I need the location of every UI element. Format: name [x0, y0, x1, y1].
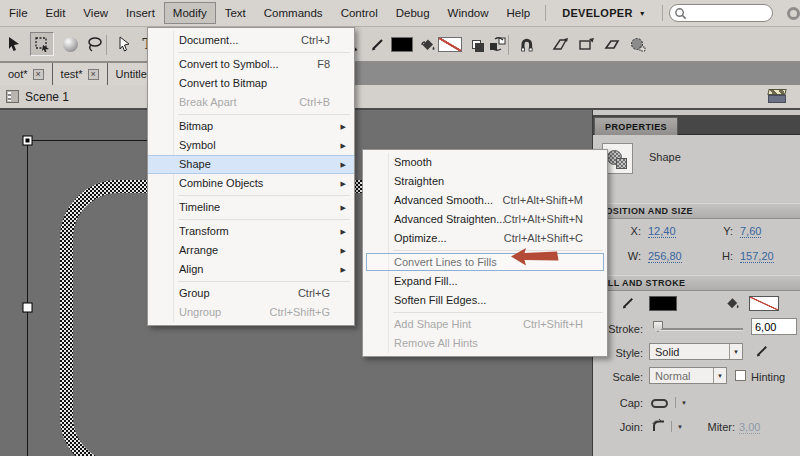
document-tab-oot[interactable]: oot*× — [0, 63, 53, 85]
menu-item-add-shape-hint[interactable]: Add Shape HintCtrl+Shift+H — [363, 315, 607, 334]
menu-item-combine-objects[interactable]: Combine Objects▶ — [148, 174, 354, 193]
menu-item-bitmap[interactable]: Bitmap▶ — [148, 117, 354, 136]
subselection-arrow-icon[interactable] — [112, 32, 136, 56]
smooth-mode-icon[interactable] — [548, 32, 572, 56]
menu-item-advanced-smooth[interactable]: Advanced Smooth...Ctrl+Alt+Shift+M — [363, 191, 607, 210]
stroke-width-input[interactable] — [751, 318, 797, 335]
object-drawing-icon[interactable] — [600, 32, 624, 56]
menu-item-shortcut: Ctrl+Alt+Shift+N — [504, 210, 583, 229]
h-value[interactable]: 157,20 — [740, 250, 774, 263]
menu-item-arrange[interactable]: Arrange▶ — [148, 241, 354, 260]
fill-color-swatch[interactable] — [749, 296, 779, 311]
menu-item-label: Combine Objects — [179, 177, 263, 189]
properties-panel: PROPERTIES Shape POSITION AND SIZE X: 12… — [592, 110, 800, 456]
cap-style-icon[interactable] — [651, 399, 668, 408]
search-input[interactable] — [687, 7, 765, 20]
stroke-color-swatch[interactable] — [390, 32, 414, 56]
stroke-color-swatch[interactable] — [649, 296, 677, 311]
menu-item-soften-fill-edges[interactable]: Soften Fill Edges... — [363, 291, 607, 310]
x-value[interactable]: 12,40 — [648, 225, 676, 238]
scene-label[interactable]: Scene 1 — [25, 90, 69, 104]
w-value[interactable]: 256,80 — [648, 250, 682, 263]
menu-item-label: Timeline — [179, 201, 220, 213]
menubar-item-view[interactable]: View — [74, 2, 117, 24]
menu-item-label: Group — [179, 287, 210, 299]
chevron-down-icon[interactable]: ▼ — [681, 400, 687, 406]
miter-label: Miter: — [695, 421, 735, 433]
join-style-icon[interactable] — [651, 418, 667, 433]
straighten-mode-icon[interactable] — [574, 32, 598, 56]
menu-item-align[interactable]: Align▶ — [148, 260, 354, 279]
tab-properties[interactable]: PROPERTIES — [594, 117, 678, 135]
stroke-pencil-icon[interactable] — [366, 32, 390, 56]
menu-item-shape[interactable]: Shape▶ — [148, 155, 354, 174]
menu-item-convert-to-symbol[interactable]: Convert to Symbol...F8 — [148, 55, 354, 74]
fill-color-swatch[interactable] — [438, 32, 462, 56]
menu-item-label: Soften Fill Edges... — [394, 294, 486, 306]
free-transform-icon[interactable] — [30, 32, 54, 56]
status-circle-icon[interactable] — [787, 7, 800, 20]
menu-item-advanced-straighten[interactable]: Advanced Straighten...Ctrl+Alt+Shift+N — [363, 210, 607, 229]
snap-magnet-icon[interactable] — [514, 32, 538, 56]
menubar-item-help[interactable]: Help — [498, 2, 540, 24]
menu-item-expand-fill[interactable]: Expand Fill... — [363, 272, 607, 291]
menubar-item-insert[interactable]: Insert — [117, 2, 164, 24]
menubar-item-commands[interactable]: Commands — [255, 2, 332, 24]
scale-dropdown[interactable]: Normal ▼ — [649, 367, 727, 384]
menu-item-transform[interactable]: Transform▶ — [148, 222, 354, 241]
menu-item-convert-to-bitmap[interactable]: Convert to Bitmap — [148, 74, 354, 93]
edit-scene-icon[interactable] — [768, 89, 786, 103]
submenu-arrow-icon: ▶ — [341, 174, 346, 193]
search-box[interactable] — [669, 4, 773, 22]
fill-bucket-icon[interactable] — [725, 295, 740, 310]
submenu-arrow-icon: ▶ — [341, 260, 346, 279]
menu-item-group[interactable]: GroupCtrl+G — [148, 284, 354, 303]
menu-item-smooth[interactable]: Smooth — [363, 153, 607, 172]
hinting-checkbox[interactable] — [735, 370, 746, 381]
menu-item-label: Straighten — [394, 175, 444, 187]
tab-close-icon[interactable]: × — [33, 69, 44, 80]
menu-item-label: Convert to Symbol... — [179, 58, 279, 70]
menubar-item-control[interactable]: Control — [332, 2, 387, 24]
menubar-item-edit[interactable]: Edit — [37, 2, 75, 24]
menubar-item-window[interactable]: Window — [439, 2, 498, 24]
menu-item-document[interactable]: Document...Ctrl+J — [148, 31, 354, 50]
tab-close-icon[interactable]: × — [88, 69, 99, 80]
menu-item-label: Add Shape Hint — [394, 318, 471, 330]
menubar-item-text[interactable]: Text — [216, 2, 255, 24]
menu-item-break-apart[interactable]: Break ApartCtrl+B — [148, 93, 354, 112]
section-fill-and-stroke[interactable]: FILL AND STROKE — [593, 275, 800, 291]
3d-rotation-icon[interactable] — [58, 32, 82, 56]
section-position-and-size[interactable]: POSITION AND SIZE — [593, 203, 800, 219]
edit-stroke-style-icon[interactable] — [755, 343, 770, 358]
chevron-down-icon[interactable]: ▼ — [677, 424, 683, 430]
menubar-item-modify[interactable]: Modify — [164, 2, 216, 24]
selection-arrow-icon[interactable] — [2, 32, 26, 56]
workspace-switcher[interactable]: DEVELOPER ▼ — [552, 7, 656, 19]
stroke-pencil-icon[interactable] — [621, 295, 636, 310]
menu-item-straighten[interactable]: Straighten — [363, 172, 607, 191]
modify-menu: Document...Ctrl+JConvert to Symbol...F8C… — [147, 27, 355, 326]
snap-lens-icon[interactable] — [626, 32, 650, 56]
stroke-slider-track[interactable] — [655, 328, 743, 331]
default-colors-icon[interactable] — [464, 32, 488, 56]
menubar-item-file[interactable]: File — [0, 2, 37, 24]
menu-item-symbol[interactable]: Symbol▶ — [148, 136, 354, 155]
menu-item-ungroup[interactable]: UngroupCtrl+Shift+G — [148, 303, 354, 322]
y-value[interactable]: 7,60 — [740, 225, 761, 238]
menu-item-convert-lines-to-fills[interactable]: Convert Lines to Fills — [363, 253, 607, 272]
paint-bucket-icon[interactable] — [416, 32, 440, 56]
swap-colors-icon[interactable] — [486, 32, 510, 56]
menubar-item-debug[interactable]: Debug — [387, 2, 439, 24]
flash-application-window: FileEditViewInsertModifyTextCommandsCont… — [0, 0, 800, 456]
lasso-icon[interactable] — [82, 32, 106, 56]
menu-item-optimize[interactable]: Optimize...Ctrl+Alt+Shift+C — [363, 229, 607, 248]
workspace-label: DEVELOPER — [562, 7, 633, 19]
menu-item-remove-all-hints[interactable]: Remove All Hints — [363, 334, 607, 353]
document-tab-test[interactable]: test*× — [53, 63, 108, 85]
style-dropdown[interactable]: Solid ▼ — [649, 343, 743, 360]
chevron-down-icon: ▼ — [729, 344, 742, 359]
miter-value[interactable]: 3,00 — [739, 421, 760, 434]
menu-item-timeline[interactable]: Timeline▶ — [148, 198, 354, 217]
w-label: W: — [611, 250, 641, 262]
